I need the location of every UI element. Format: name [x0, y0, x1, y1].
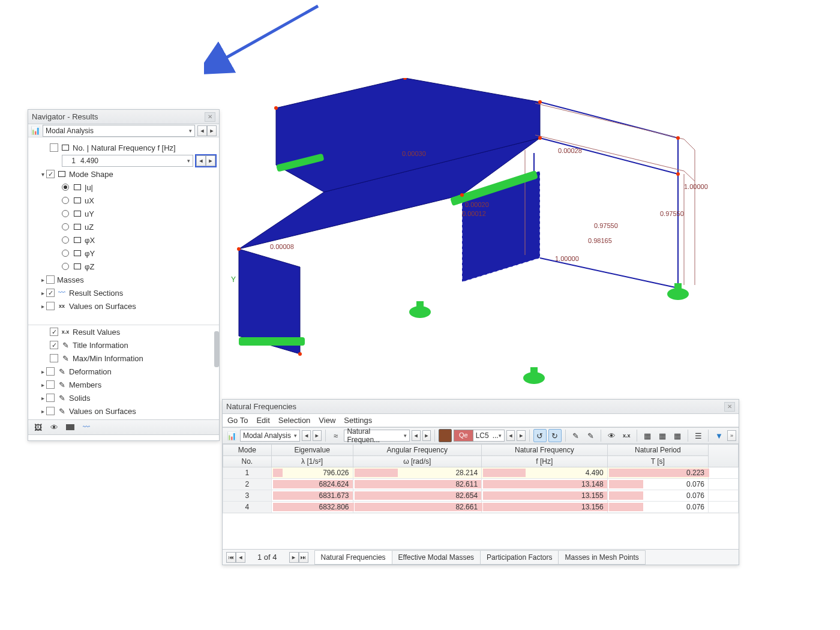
viewport-3d[interactable]: Y 0.00030 0.00028 1.00000 0.97550 0.9755…	[222, 78, 744, 396]
mode-next-button[interactable]: ►	[206, 155, 215, 166]
radio-uy[interactable]	[62, 210, 69, 217]
page-last[interactable]: ⏭	[299, 552, 308, 563]
tree-u[interactable]: |u|	[85, 183, 93, 192]
caret-rs[interactable]: ▸	[39, 290, 46, 296]
tb-nf-combo[interactable]: Natural Frequen...▾	[344, 430, 409, 442]
tb-analysis-icon[interactable]: 📊	[225, 429, 238, 442]
chk-masses[interactable]	[46, 275, 55, 284]
tree-sol[interactable]: Solids	[69, 394, 90, 403]
tree-rs[interactable]: Result Sections	[69, 289, 123, 298]
eye-icon[interactable]: 👁	[47, 421, 61, 434]
hdr-nat-u[interactable]: f [Hz]	[482, 456, 608, 467]
close-icon[interactable]: ✕	[205, 112, 215, 122]
tb-n-prev[interactable]: ◄	[412, 430, 421, 441]
tb-icon-1[interactable]: ↺	[533, 429, 547, 442]
chk-mm[interactable]	[50, 354, 58, 362]
hdr-eigen-u[interactable]: λ [1/s²]	[271, 456, 353, 467]
page-next[interactable]: ►	[289, 552, 299, 563]
radio-phix[interactable]	[62, 236, 69, 244]
table-row[interactable]: 26824.62482.61113.1480.076	[223, 479, 739, 490]
tb-n-next[interactable]: ►	[422, 430, 431, 441]
tree-phiz[interactable]: φZ	[85, 262, 94, 271]
menu-goto[interactable]: Go To	[227, 416, 248, 425]
tb-xx-icon[interactable]: x.x	[620, 429, 633, 442]
chk-rv[interactable]	[50, 328, 58, 336]
page-first[interactable]: ⏮	[226, 552, 236, 563]
caret-vs[interactable]: ▸	[39, 303, 46, 310]
freq-checkbox[interactable]	[50, 143, 58, 152]
menu-selection[interactable]: Selection	[278, 416, 310, 425]
hdr-ang[interactable]: Angular Frequency	[353, 445, 482, 456]
page-prev[interactable]: ◄	[236, 552, 245, 563]
menu-view[interactable]: View	[319, 416, 335, 425]
tree-ti[interactable]: Title Information	[73, 341, 128, 350]
tree-ux[interactable]: uX	[85, 196, 94, 205]
color-swatch[interactable]	[439, 429, 452, 442]
tab-mmp[interactable]: Masses in Mesh Points	[558, 550, 645, 565]
scrollbar-thumb[interactable]	[214, 331, 219, 367]
hdr-no[interactable]: No.	[223, 456, 272, 467]
tree-uz[interactable]: uZ	[85, 223, 94, 232]
filter-icon[interactable]: ▼	[712, 429, 725, 442]
hdr-mode[interactable]: Mode	[223, 445, 272, 456]
tree-def[interactable]: Deformation	[69, 367, 112, 376]
tb-icon-4[interactable]: ✎	[584, 429, 598, 442]
chk-sol[interactable]	[46, 394, 55, 402]
tree-masses[interactable]: Masses	[57, 275, 84, 284]
radio-phiz[interactable]	[62, 263, 69, 270]
tb-analysis-combo[interactable]: Modal Analysis▾	[240, 430, 300, 442]
hdr-eigen[interactable]: Eigenvalue	[271, 445, 353, 456]
tb-a-next[interactable]: ►	[313, 430, 322, 441]
tree-vs2[interactable]: Values on Surfaces	[69, 407, 136, 416]
radio-u[interactable]	[62, 184, 69, 191]
tree-vs[interactable]: Values on Surfaces	[69, 302, 136, 311]
picture-icon[interactable]: 🖼	[31, 421, 45, 434]
tb-l-next[interactable]: ►	[517, 430, 526, 441]
hdr-ang-u[interactable]: ω [rad/s]	[353, 456, 482, 467]
radio-phiy[interactable]	[62, 250, 69, 257]
tab-natfreq[interactable]: Natural Frequencies	[314, 550, 392, 565]
table-row[interactable]: 36831.67382.65413.1550.076	[223, 490, 739, 502]
tb-icon-2[interactable]: ↻	[548, 429, 562, 442]
table-row[interactable]: 46832.80682.66113.1560.076	[223, 502, 739, 513]
chk-def[interactable]	[46, 367, 55, 376]
radio-uz[interactable]	[62, 223, 69, 230]
tb-l-prev[interactable]: ◄	[506, 430, 515, 441]
hdr-per-u[interactable]: T [s]	[607, 456, 708, 467]
tree-phix[interactable]: φX	[85, 236, 95, 245]
tree-mm[interactable]: Max/Min Information	[73, 354, 143, 363]
chk-vs2[interactable]	[46, 407, 55, 415]
tb-overflow[interactable]: »	[727, 430, 736, 441]
tree-modeshape[interactable]: Mode Shape	[69, 170, 113, 179]
tree-uy[interactable]: uY	[85, 209, 94, 218]
hdr-per[interactable]: Natural Period	[607, 445, 708, 456]
tb-grid-2[interactable]: ▦	[656, 429, 669, 442]
qe-label[interactable]: Qe	[454, 430, 473, 442]
navigator-header[interactable]: Navigator - Results ✕	[28, 110, 219, 124]
radio-ux[interactable]	[62, 197, 69, 204]
table-close-icon[interactable]: ✕	[724, 402, 735, 412]
camera-icon[interactable]	[63, 421, 77, 434]
modeshape-checkbox[interactable]	[46, 170, 55, 178]
tb-icon-3[interactable]: ✎	[569, 429, 583, 442]
table-row[interactable]: 1796.02628.2144.4900.223	[223, 467, 739, 479]
tab-pf[interactable]: Participation Factors	[480, 550, 559, 565]
lc-combo[interactable]: LC5...▾	[473, 430, 505, 442]
tree-mem[interactable]: Members	[69, 380, 101, 389]
chk-mem[interactable]	[46, 380, 55, 389]
mode-prev-button[interactable]: ◄	[196, 155, 206, 166]
analysis-next-button[interactable]: ►	[207, 125, 217, 136]
tree-caret[interactable]: ▾	[39, 171, 46, 178]
menu-edit[interactable]: Edit	[256, 416, 269, 425]
analysis-combo[interactable]: Modal Analysis▾	[43, 125, 195, 137]
hdr-nat[interactable]: Natural Frequency	[482, 445, 608, 456]
tb-nf-icon[interactable]: ≈	[329, 429, 343, 442]
results-icon[interactable]: 〰	[79, 421, 94, 434]
table-header[interactable]: Natural Frequencies ✕	[223, 400, 739, 414]
analysis-prev-button[interactable]: ◄	[197, 125, 207, 136]
tb-eye-icon[interactable]: 👁	[605, 429, 618, 442]
tree-phiy[interactable]: φY	[85, 249, 95, 258]
tb-grid-3[interactable]: ▦	[671, 429, 684, 442]
chk-rs[interactable]	[46, 289, 55, 297]
chk-vs[interactable]	[46, 302, 55, 310]
